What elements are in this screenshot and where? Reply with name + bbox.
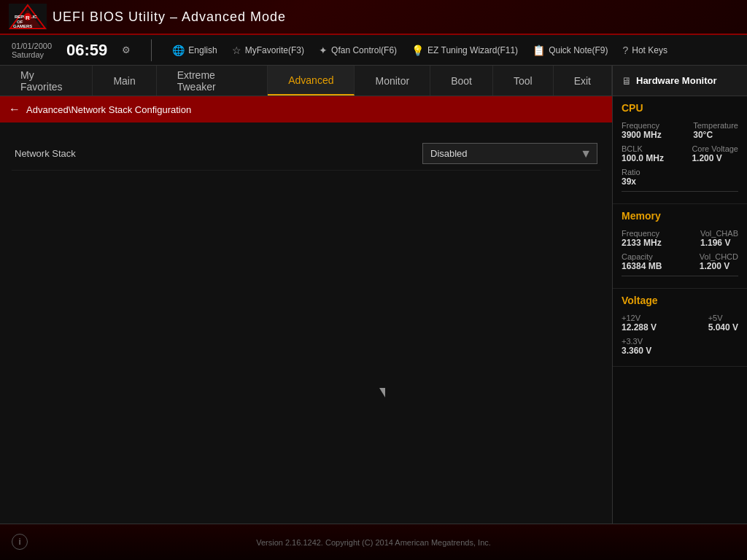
cpu-core-voltage-label: Core Voltage [692, 144, 738, 153]
v33-label: +3.3V [622, 337, 651, 346]
cpu-bclk-value: 100.0 MHz [622, 153, 664, 163]
header-title: UEFI BIOS Utility – Advanced Mode [53, 9, 286, 25]
cpu-ratio-label: Ratio [622, 168, 640, 176]
hot-keys-label: Hot Keys [632, 45, 667, 55]
voltage-12v-row: +12V 12.288 V +5V 5.040 V [622, 314, 738, 332]
vol-chab-value: 1.196 V [700, 238, 738, 248]
settings-icon[interactable]: ⚙ [122, 44, 131, 55]
nav-item-monitor[interactable]: Monitor [355, 66, 430, 96]
toolbar-divider [151, 39, 152, 61]
memory-frequency-value: 2133 MHz [622, 238, 662, 248]
memory-divider [622, 276, 738, 276]
breadcrumb-path: Advanced\Network Stack Configuration [26, 104, 191, 115]
v12-value: 12.288 V [622, 322, 657, 332]
memory-frequency-row: Frequency 2133 MHz Vol_CHAB 1.196 V [622, 229, 738, 248]
cpu-ratio-row: Ratio 39x [622, 168, 738, 187]
v5-label: +5V [708, 314, 738, 322]
qfan-label: Qfan Control(F6) [331, 45, 397, 55]
svg-text:R: R [26, 15, 30, 21]
fan-icon: ✦ [319, 44, 328, 56]
voltage-section: Voltage +12V 12.288 V +5V 5.040 V +3.3V … [613, 289, 747, 367]
day-display: Saturday [12, 50, 52, 59]
monitor-icon: 🖥 [622, 75, 632, 87]
nav-item-boot[interactable]: Boot [430, 66, 493, 96]
qfan-button[interactable]: ✦ Qfan Control(F6) [319, 44, 397, 56]
info-button[interactable]: i [12, 534, 28, 550]
network-stack-select[interactable]: Disabled Enabled [422, 143, 597, 164]
cpu-section: CPU Frequency 3900 MHz Temperature 30°C … [613, 96, 747, 204]
nav-menu: My Favorites Main Extreme Tweaker Advanc… [0, 66, 612, 96]
hw-monitor-nav-title: Hardware Monitor [636, 75, 717, 86]
nav-row: My Favorites Main Extreme Tweaker Advanc… [0, 66, 747, 96]
voltage-33v-row: +3.3V 3.360 V [622, 337, 738, 356]
cpu-bclk-row: BCLK 100.0 MHz Core Voltage 1.200 V [622, 144, 738, 163]
myfavorite-button[interactable]: ☆ MyFavorite(F3) [232, 44, 304, 56]
nav-item-tool[interactable]: Tool [493, 66, 554, 96]
toolbar: 01/01/2000 Saturday 06:59 ⚙ 🌐 English ☆ … [0, 35, 747, 66]
hot-keys-button[interactable]: ? Hot Keys [622, 44, 667, 56]
memory-section: Memory Frequency 2133 MHz Vol_CHAB 1.196… [613, 204, 747, 289]
cpu-temperature-label: Temperature [693, 121, 738, 130]
nav-item-main[interactable]: Main [93, 66, 156, 96]
bios-header: REPUBLIC OF GAMERS R UEFI BIOS Utility –… [0, 0, 747, 35]
content-area: Network Stack Disabled Enabled ▼ [0, 122, 612, 185]
cpu-frequency-row: Frequency 3900 MHz Temperature 30°C [622, 121, 738, 140]
heart-icon: ☆ [232, 44, 241, 56]
nav-item-my-favorites[interactable]: My Favorites [0, 66, 93, 96]
voltage-section-title: Voltage [622, 295, 738, 308]
mouse-cursor [379, 388, 385, 397]
cpu-section-title: CPU [622, 102, 738, 115]
footer-version: Version 2.16.1242. Copyright (C) 2014 Am… [256, 538, 491, 547]
memory-frequency-label: Frequency [622, 229, 662, 238]
vol-chab-label: Vol_CHAB [700, 229, 738, 238]
language-label: English [188, 45, 217, 55]
nav-item-extreme-tweaker[interactable]: Extreme Tweaker [157, 66, 268, 96]
network-stack-setting: Network Stack Disabled Enabled ▼ [12, 137, 600, 171]
vol-chcd-value: 1.200 V [700, 261, 738, 271]
language-selector[interactable]: 🌐 English [172, 44, 217, 56]
v12-label: +12V [622, 314, 657, 322]
memory-capacity-label: Capacity [622, 252, 662, 261]
memory-section-title: Memory [622, 210, 738, 223]
memory-capacity-row: Capacity 16384 MB Vol_CHCD 1.200 V [622, 252, 738, 271]
memory-capacity-value: 16384 MB [622, 261, 662, 271]
quick-note-button[interactable]: 📋 Quick Note(F9) [533, 44, 608, 56]
nav-menu-inner: My Favorites Main Extreme Tweaker Advanc… [0, 66, 612, 96]
logo-area: REPUBLIC OF GAMERS R UEFI BIOS Utility –… [9, 4, 286, 30]
date-display: 01/01/2000 [12, 42, 52, 50]
nav-item-exit[interactable]: Exit [554, 66, 612, 96]
cpu-temperature-value: 30°C [693, 130, 738, 140]
hw-monitor-panel: CPU Frequency 3900 MHz Temperature 30°C … [612, 96, 747, 560]
cpu-ratio-value: 39x [622, 176, 640, 187]
ez-tuning-button[interactable]: 💡 EZ Tuning Wizard(F11) [411, 44, 518, 56]
cpu-frequency-value: 3900 MHz [622, 130, 662, 140]
wand-icon: 💡 [411, 44, 424, 56]
time-display: 06:59 [66, 41, 107, 60]
svg-text:GAMERS: GAMERS [13, 24, 32, 28]
cpu-frequency-label: Frequency [622, 121, 662, 130]
ez-tuning-label: EZ Tuning Wizard(F11) [427, 45, 518, 55]
v33-value: 3.360 V [622, 346, 651, 356]
myfavorite-label: MyFavorite(F3) [245, 45, 304, 55]
question-icon: ? [622, 44, 628, 56]
note-icon: 📋 [533, 44, 545, 56]
main-content: ← Advanced\Network Stack Configuration N… [0, 96, 612, 524]
v5-value: 5.040 V [708, 322, 738, 332]
rog-logo: REPUBLIC OF GAMERS R [9, 4, 47, 30]
globe-icon: 🌐 [172, 44, 185, 56]
breadcrumb: ← Advanced\Network Stack Configuration [0, 96, 612, 122]
hw-monitor-nav-header: 🖥 Hardware Monitor [612, 66, 747, 96]
cpu-bclk-label: BCLK [622, 144, 664, 153]
vol-chcd-label: Vol_CHCD [700, 252, 738, 261]
nav-item-advanced[interactable]: Advanced [268, 66, 355, 96]
footer: i Version 2.16.1242. Copyright (C) 2014 … [0, 524, 747, 560]
cpu-divider [622, 191, 738, 192]
back-button[interactable]: ← [9, 103, 20, 116]
network-stack-label: Network Stack [15, 148, 422, 159]
network-stack-select-wrap[interactable]: Disabled Enabled ▼ [422, 143, 597, 164]
quick-note-label: Quick Note(F9) [549, 45, 608, 55]
cpu-core-voltage-value: 1.200 V [692, 153, 738, 163]
date-time-area: 01/01/2000 Saturday [12, 42, 52, 59]
